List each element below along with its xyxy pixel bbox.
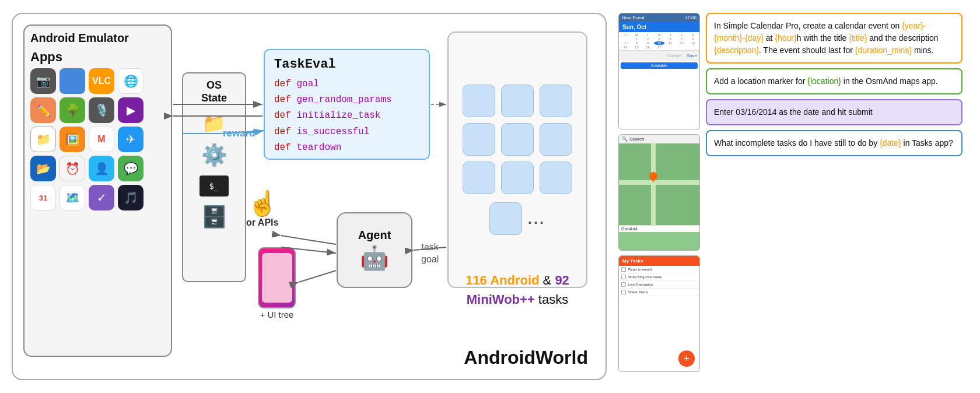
cal-action-buttons: Cancel Save: [619, 50, 699, 61]
phone-screenshots: New Event 12:00 Sun, Oct S M T W T F S 1…: [618, 13, 700, 380]
map-road-h: [619, 180, 699, 185]
bubble-tasks-query: What incomplete tasks do I have still to…: [706, 130, 963, 156]
task-square-2: [501, 85, 534, 117]
method-init-task: initialize_task: [296, 110, 380, 121]
map-search-icon: 🔍: [622, 136, 628, 142]
androidworld-label: AndroidWorld: [464, 347, 588, 369]
taskeval-title: TaskEval: [274, 57, 419, 72]
bubble1-title: {title}: [849, 33, 867, 43]
task-checkbox-2[interactable]: [621, 275, 626, 279]
task-square-8: [501, 162, 534, 194]
cal-cancel-btn[interactable]: Cancel: [667, 53, 682, 58]
taskeval-line-2: def gen_random_params: [274, 92, 419, 108]
keyword-def-5: def: [274, 142, 291, 153]
cal-sun-label: Sun, Oct: [619, 22, 699, 32]
os-state-title: OSState: [201, 79, 227, 104]
bubble1-mins: mins.: [912, 45, 933, 55]
bubble1-h: h with the title: [797, 33, 849, 43]
folder-icon: 📁: [202, 113, 226, 135]
task-checkbox-3[interactable]: [621, 282, 626, 287]
task-square-4: [463, 123, 495, 156]
taskeval-line-4: def is_successful: [274, 124, 419, 140]
task-text-1: Reply to emails: [628, 268, 652, 271]
map-top-bar: 🔍 Search: [619, 135, 699, 143]
app-icon-checklist: ✓: [89, 185, 114, 210]
or-apis-label: or APIs: [246, 217, 278, 228]
taskeval-line-5: def teardown: [274, 140, 419, 156]
android-count: 116 Android: [466, 273, 539, 287]
task-text-4: Water Plants: [628, 290, 648, 294]
os-state-box: OSState 📁 ⚙️ $_ 🗄️: [182, 72, 246, 282]
app-icon-send: ✈: [118, 127, 144, 152]
app-icon-files: 📂: [30, 156, 56, 181]
map-search-text: Search: [629, 136, 644, 142]
task-checkbox-1[interactable]: [621, 267, 626, 272]
bubble-date-entry: Enter 03/16/2014 as the date and hit sub…: [706, 99, 963, 125]
tasks-header: My Tasks: [619, 256, 699, 266]
hand-area: ☝️ or APIs: [246, 189, 278, 228]
database-icon: 🗄️: [201, 205, 228, 229]
phone-mini: [258, 247, 296, 308]
bubbles-column: In Simple Calendar Pro, create a calenda…: [706, 13, 963, 380]
map-bottom-bar: OsmAnd: [619, 225, 699, 232]
emulator-title: Android Emulator: [30, 31, 165, 45]
keyword-def-4: def: [274, 127, 291, 137]
phone-mini-screen: [262, 253, 292, 303]
bubble1-description: {description}: [714, 45, 759, 55]
tasks-fab[interactable]: +: [678, 350, 695, 367]
apps-label: Apps: [30, 50, 165, 65]
task-grid-inner: [463, 85, 572, 194]
task-square-10: [489, 202, 522, 235]
app-icon-messages: 💬: [118, 156, 144, 181]
map-road-v: [651, 143, 656, 225]
task-square-3: [540, 85, 572, 117]
task-item-2: Write Blog Post Ideas: [619, 273, 699, 281]
bubble4-text-after: in Tasks app?: [901, 138, 953, 148]
cal-event-label: New Event: [622, 15, 645, 20]
keyword-def-3: def: [274, 110, 291, 121]
phone-screenshot-tasks: My Tasks Reply to emails Write Blog Post…: [618, 255, 700, 372]
cal-save-btn[interactable]: Save: [687, 53, 697, 58]
task-item-4: Water Plants: [619, 289, 699, 296]
dots-label: ...: [528, 210, 546, 228]
map-view: [619, 143, 699, 225]
tasks-list: Reply to emails Write Blog Post Ideas Li…: [619, 266, 699, 296]
app-icon-person: 👤: [89, 156, 114, 181]
bubble2-location: {location}: [807, 76, 841, 86]
bubble-calendar-task: In Simple Calendar Pro, create a calenda…: [706, 13, 963, 64]
emulator-box: Android Emulator Apps 📷 VLC 🌐 ✏️ 🌳 🎙️ ▶ …: [23, 24, 172, 357]
apps-section: Apps 📷 VLC 🌐 ✏️ 🌳 🎙️ ▶ 📁 🖼️ M ✈: [30, 50, 165, 210]
stats-label: 116 Android & 92MiniWob++ tasks: [447, 271, 587, 309]
keyword-def-1: def: [274, 79, 291, 89]
robot-icon: 🤖: [360, 244, 389, 272]
phone-ui-area: + UI tree: [258, 247, 296, 320]
svg-line-10: [281, 236, 336, 244]
app-icon-chrome: 🌐: [118, 68, 144, 94]
cal-grid: S M T W T F S 1 2 3 4 5 6 7 8 9: [619, 32, 699, 50]
app-icon-vlc: VLC: [89, 68, 114, 94]
task-grid-bottom-row: ...: [489, 202, 546, 235]
right-panel: New Event 12:00 Sun, Oct S M T W T F S 1…: [618, 13, 963, 380]
bubble1-at: at: [764, 33, 775, 43]
task-square-9: [540, 162, 572, 194]
task-text-2: Write Blog Post Ideas: [628, 275, 662, 279]
bubble4-text-before: What incomplete tasks do I have still to…: [714, 138, 880, 148]
reward-label: reward: [223, 128, 256, 139]
task-checkbox-4[interactable]: [621, 290, 626, 294]
app-icon-folder: 📁: [30, 127, 56, 152]
task-grid-box: ...: [447, 31, 587, 288]
task-goal-label: taskgoal: [421, 241, 439, 266]
gear-icon: ⚙️: [201, 143, 228, 167]
bubble4-date: {date}: [880, 138, 901, 148]
task-item-3: Live Translation: [619, 281, 699, 289]
app-icon-gmail: M: [89, 127, 114, 152]
cal-time: 12:00: [685, 15, 696, 20]
terminal-icon: $_: [200, 176, 229, 196]
app-icon-calendar: 31: [30, 185, 56, 210]
app-icon-tree: 🌳: [60, 97, 85, 123]
bubble1-and-desc: and the description: [867, 33, 938, 43]
task-text-3: Live Translation: [628, 283, 653, 286]
method-teardown: teardown: [296, 142, 341, 153]
phone-screenshot-calendar: New Event 12:00 Sun, Oct S M T W T F S 1…: [618, 13, 700, 129]
task-item-1: Reply to emails: [619, 266, 699, 273]
